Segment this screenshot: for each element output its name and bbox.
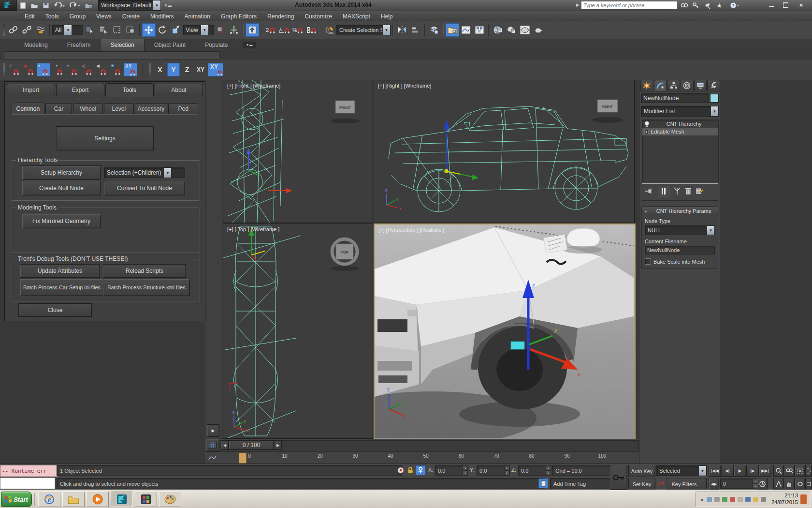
ribbon-tab-populate[interactable]: Populate xyxy=(195,39,237,51)
lightbulb-icon[interactable] xyxy=(644,121,650,127)
zoom-icon[interactable] xyxy=(773,465,784,477)
add-time-tag-field[interactable]: Add Time Tag xyxy=(550,478,614,489)
z-spinner[interactable]: ▲▼ xyxy=(546,466,551,476)
configure-modifier-sets-icon[interactable] xyxy=(696,187,704,195)
key-mode-toggle[interactable]: ◀▶ xyxy=(709,478,719,490)
selection-lock-icon[interactable] xyxy=(406,466,415,475)
save-file-icon[interactable] xyxy=(41,1,51,10)
dialog-tab-about[interactable]: About xyxy=(155,84,203,96)
scroll-right-arrow-button[interactable]: ▶ xyxy=(207,424,219,437)
select-and-link-icon[interactable] xyxy=(7,23,20,37)
expand-plus-icon[interactable] xyxy=(644,130,649,134)
stack-item-editable-mesh[interactable]: Editable Mesh xyxy=(642,128,718,135)
qat-flyout-icon[interactable]: ▼▬ xyxy=(164,3,172,8)
maximize-viewport-icon[interactable] xyxy=(805,478,812,490)
infocenter-flyout-icon[interactable]: ▶ xyxy=(576,2,580,7)
ribbon-tab-modeling[interactable]: Modeling xyxy=(14,39,58,51)
update-attributes-button[interactable]: Update Attributes xyxy=(20,264,100,278)
toolbar-grip[interactable] xyxy=(3,24,5,36)
tray-expand-icon[interactable]: ▲ xyxy=(700,497,704,502)
search-input[interactable] xyxy=(581,1,678,9)
field-of-view-icon[interactable] xyxy=(773,478,784,490)
menu-maxscript[interactable]: MAXScript xyxy=(337,11,376,21)
x-coord-field[interactable]: 0.0 ▲▼ xyxy=(435,465,468,476)
tray-icon[interactable] xyxy=(753,497,758,502)
redo-icon[interactable] xyxy=(68,1,82,10)
communication-center-icon[interactable] xyxy=(702,1,713,10)
tray-icon[interactable] xyxy=(730,497,735,502)
midpoint-snap-icon[interactable]: ▪─ xyxy=(66,63,79,76)
graphite-ribbon-toggle-icon[interactable] xyxy=(446,23,459,37)
play-button[interactable]: ▶ xyxy=(734,465,746,477)
content-filename-field[interactable]: NewNullNode xyxy=(645,246,715,254)
set-key-button[interactable]: Set Key xyxy=(628,478,655,490)
macro-recorder-field[interactable]: -- Runtime err xyxy=(0,465,58,477)
x-spinner[interactable]: ▲▼ xyxy=(463,466,468,476)
layer-manager-icon[interactable] xyxy=(427,23,441,37)
absolute-mode-icon[interactable] xyxy=(416,465,425,475)
batch-process-structure-button[interactable]: Batch Process Structure.xml files xyxy=(103,279,190,296)
modifier-list-dropdown[interactable]: Modifier List ▼ xyxy=(641,106,719,117)
menu-rendering[interactable]: Rendering xyxy=(262,11,299,21)
angle-snap-toggle-icon[interactable] xyxy=(277,23,291,37)
axis-constraint-xy[interactable]: XY xyxy=(194,63,207,76)
select-and-manipulate-icon[interactable] xyxy=(227,23,241,37)
reload-scripts-button[interactable]: Reload Scripts xyxy=(103,264,186,278)
rectangular-selection-region-icon[interactable] xyxy=(110,23,124,37)
render-setup-icon[interactable] xyxy=(491,23,505,37)
ribbon-minimize-icon[interactable]: ▼▬ xyxy=(243,42,256,48)
grid-point-snap-icon[interactable]: # xyxy=(8,63,21,76)
orbit-icon[interactable] xyxy=(795,478,805,490)
utilities-tab-icon[interactable] xyxy=(707,80,720,91)
remove-modifier-icon[interactable] xyxy=(685,187,692,195)
coord-system-arrow[interactable]: ▼ xyxy=(201,25,208,35)
node-type-arrow[interactable]: ▼ xyxy=(707,226,714,235)
time-tag-icon[interactable] xyxy=(538,478,548,488)
show-end-result-icon[interactable] xyxy=(658,186,669,196)
dialog-tab-export[interactable]: Export xyxy=(56,84,104,96)
object-color-swatch[interactable] xyxy=(710,94,719,103)
go-to-end-button[interactable]: ▶▶| xyxy=(759,465,771,477)
axis-constraint-y[interactable]: Y xyxy=(167,63,180,76)
viewport-perspective[interactable]: [+] [Perspective ] [Realistic ] xyxy=(374,224,636,440)
isolate-selection-icon[interactable] xyxy=(396,466,405,475)
key-selection-arrow[interactable]: ▼ xyxy=(698,466,706,476)
previous-frame-slider-arrow[interactable]: ◀ xyxy=(221,440,229,450)
selection-filter-arrow[interactable]: ▼ xyxy=(64,25,72,35)
named-selection-sets-dropdown[interactable]: Create Selection Se ▼ xyxy=(336,25,391,35)
subtab-level[interactable]: Level xyxy=(104,103,134,115)
rollout-collapse-icon[interactable]: - xyxy=(642,208,650,214)
pan-hand-icon[interactable] xyxy=(784,478,795,490)
track-bar[interactable]: 0 10 20 30 40 50 60 70 80 90 100 xyxy=(205,451,639,464)
favorites-star-icon[interactable]: ★ xyxy=(714,1,725,10)
zoom-extents-icon[interactable] xyxy=(795,465,805,477)
menu-views[interactable]: Views xyxy=(91,11,117,21)
workspace-dropdown[interactable]: Workspace: Default ▼ xyxy=(98,0,161,11)
taskbar-paint-icon[interactable] xyxy=(159,492,181,507)
node-type-dropdown[interactable]: NULL ▼ xyxy=(645,225,715,235)
viewport-front[interactable]: [+] [Front ] [Wireframe] FRONT xyxy=(223,80,373,223)
start-button[interactable]: Start xyxy=(1,492,32,507)
close-dialog-button[interactable]: Close xyxy=(18,303,92,317)
schematic-view-icon[interactable] xyxy=(473,23,486,37)
edit-named-selection-sets-icon[interactable]: {}ABC xyxy=(323,23,336,37)
y-coord-field[interactable]: 0.0 ▲▼ xyxy=(477,465,510,476)
settings-button[interactable]: Settings xyxy=(56,126,154,150)
selection-filter-dropdown[interactable]: All ▼ xyxy=(52,25,83,35)
bind-to-space-warp-icon[interactable] xyxy=(34,23,47,37)
increment-snap-icon[interactable]: ✳ xyxy=(109,63,123,76)
z-coord-field[interactable]: 0.0 ▲▼ xyxy=(518,465,551,476)
menu-modifiers[interactable]: Modifiers xyxy=(145,11,179,21)
rendered-frame-window-icon[interactable] xyxy=(505,23,518,37)
menu-create[interactable]: Create xyxy=(117,11,145,21)
time-position-marker[interactable] xyxy=(239,453,246,463)
dialog-tab-tools[interactable]: Tools xyxy=(105,83,154,97)
listener-field[interactable] xyxy=(0,478,55,489)
next-frame-button[interactable]: |▶ xyxy=(746,465,759,477)
subtab-wheel[interactable]: Wheel xyxy=(73,103,103,115)
time-slider-track[interactable]: ◀ 0 / 100 ▶ xyxy=(220,440,639,450)
object-name-field[interactable]: NewNullNode xyxy=(641,93,709,103)
ribbon-tab-selection[interactable]: Selection xyxy=(100,39,144,51)
curve-editor-icon[interactable] xyxy=(459,23,473,37)
convert-to-null-node-button[interactable]: Convert To Null Node xyxy=(104,181,185,195)
